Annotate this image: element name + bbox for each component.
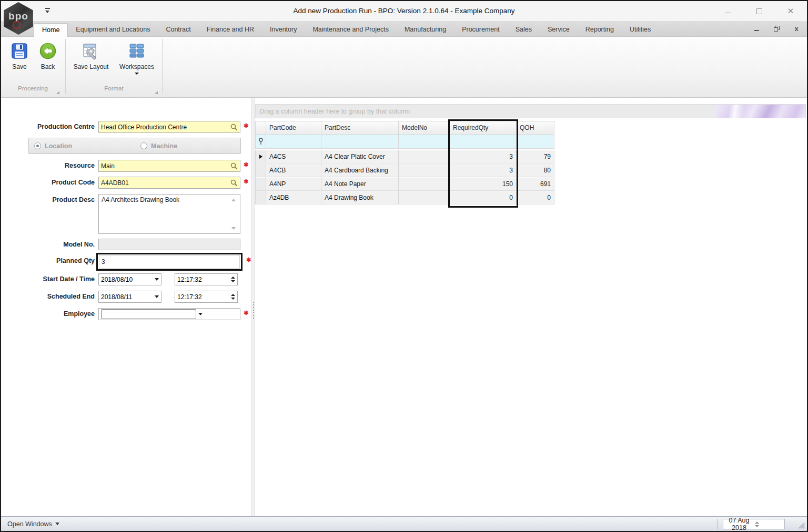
filter-cell-partcode[interactable] [266, 135, 321, 149]
close-button[interactable]: ✕ [782, 5, 800, 17]
product-code-field[interactable] [98, 177, 240, 189]
column-header-partcode[interactable]: PartCode [266, 121, 321, 135]
tab-maintenance-and-projects[interactable]: Maintenance and Projects [305, 23, 397, 37]
start-time-spinner[interactable] [231, 277, 235, 282]
back-button[interactable]: Back [31, 40, 65, 70]
content-area: Production Centre ✱ Location Machine [1, 98, 807, 517]
search-icon[interactable] [230, 179, 238, 187]
search-icon[interactable] [230, 124, 238, 131]
tab-service[interactable]: Service [540, 23, 578, 37]
cell-qoh[interactable]: 80 [517, 163, 554, 177]
tab-procurement[interactable]: Procurement [454, 23, 508, 37]
model-no-input[interactable] [101, 241, 238, 248]
tab-utilities[interactable]: Utilities [622, 23, 659, 37]
end-time-input[interactable] [177, 293, 229, 301]
planned-qty-field[interactable] [99, 255, 240, 269]
cell-requiredqty[interactable]: 3 [450, 163, 517, 177]
resize-grip-icon[interactable] [797, 521, 805, 529]
tab-sales[interactable]: Sales [508, 23, 540, 37]
model-no-field[interactable] [98, 239, 240, 250]
format-dialog-launcher-icon[interactable] [155, 91, 158, 94]
tab-home[interactable]: Home [34, 23, 68, 37]
table-row[interactable]: A4NP A4 Note Paper 150 691 [255, 177, 554, 191]
column-header-requiredqty[interactable]: RequiredQty [450, 121, 517, 135]
panel-splitter[interactable] [251, 98, 255, 517]
column-header-qoh[interactable]: QOH [517, 121, 554, 135]
table-row[interactable]: A4CB A4 Cardboard Backing 3 80 [255, 163, 554, 177]
employee-field[interactable] [98, 308, 240, 320]
column-header-partdesc[interactable]: PartDesc [321, 121, 399, 135]
maximize-button[interactable] [750, 5, 768, 17]
title-bar: bpo Add new Production Run - BPO: Versio… [1, 1, 807, 21]
cell-requiredqty[interactable]: 0 [450, 191, 517, 204]
cell-qoh[interactable]: 0 [517, 191, 554, 204]
end-date-field[interactable] [98, 291, 161, 303]
table-row[interactable]: A4CS A4 Clear Platic Cover 3 79 [255, 150, 554, 163]
end-date-input[interactable] [101, 293, 153, 301]
group-by-band[interactable]: Drag a column header here to group by th… [255, 104, 806, 118]
cell-qoh[interactable]: 691 [517, 177, 554, 191]
cell-modelno[interactable] [399, 163, 450, 177]
statusbar-separator [717, 519, 718, 529]
workspaces-button[interactable]: Workspaces [117, 40, 157, 75]
table-row[interactable]: Az4DB A4 Drawing Book 0 0 [255, 191, 554, 204]
cell-partcode[interactable]: A4NP [266, 177, 321, 191]
cell-partdesc[interactable]: A4 Cardboard Backing [321, 163, 399, 177]
product-desc-input[interactable]: A4 Architects Drawing Book [98, 194, 240, 234]
end-time-field[interactable] [175, 291, 238, 303]
production-centre-input[interactable] [101, 124, 230, 131]
resource-input[interactable] [101, 162, 230, 170]
employee-dropdown-icon[interactable] [198, 313, 203, 315]
scroll-down-icon[interactable] [231, 227, 236, 230]
start-date-input[interactable] [101, 276, 153, 283]
minimize-button[interactable] [719, 5, 736, 17]
cell-partcode[interactable]: Az4DB [266, 191, 321, 204]
app-window: bpo Add new Production Run - BPO: Versio… [0, 0, 808, 532]
tab-finance-and-hr[interactable]: Finance and HR [199, 23, 262, 37]
mdi-close-button[interactable]: x [792, 25, 801, 32]
product-code-input[interactable] [101, 179, 230, 187]
location-radio[interactable]: Location [34, 142, 72, 150]
employee-input[interactable] [101, 309, 196, 319]
cell-requiredqty[interactable]: 3 [450, 150, 517, 163]
start-date-dropdown-icon[interactable] [155, 278, 159, 281]
start-time-input[interactable] [177, 276, 229, 283]
cell-modelno[interactable] [399, 150, 450, 163]
cell-partcode[interactable]: A4CS [266, 150, 321, 163]
start-time-field[interactable] [175, 273, 238, 285]
resource-field[interactable] [98, 160, 240, 172]
cell-modelno[interactable] [399, 191, 450, 204]
processing-dialog-launcher-icon[interactable] [56, 91, 59, 94]
planned-qty-input[interactable] [102, 258, 237, 265]
tab-equipment-and-locations[interactable]: Equipment and Locations [68, 23, 158, 37]
tab-inventory[interactable]: Inventory [262, 23, 305, 37]
cell-partdesc[interactable]: A4 Clear Platic Cover [321, 150, 399, 163]
open-windows-button[interactable]: Open Windows [7, 520, 59, 528]
mdi-restore-button[interactable] [772, 25, 781, 32]
cell-requiredqty[interactable]: 150 [450, 177, 517, 191]
end-time-spinner[interactable] [231, 294, 235, 300]
filter-cell-requiredqty[interactable] [450, 135, 517, 149]
tab-manufacturing[interactable]: Manufacturing [397, 23, 454, 37]
production-centre-field[interactable] [98, 121, 240, 133]
column-header-modelno[interactable]: ModelNo [399, 121, 450, 135]
end-date-dropdown-icon[interactable] [155, 295, 159, 298]
filter-cell-partdesc[interactable] [321, 135, 399, 149]
cell-partdesc[interactable]: A4 Drawing Book [321, 191, 399, 204]
scroll-up-icon[interactable] [231, 199, 236, 201]
start-date-field[interactable] [98, 273, 161, 285]
status-date-spinner[interactable] [755, 521, 782, 527]
save-layout-button[interactable]: Save Layout [70, 40, 112, 70]
tab-contract[interactable]: Contract [158, 23, 198, 37]
tab-reporting[interactable]: Reporting [578, 23, 622, 37]
status-date-field[interactable]: 07 Aug 2018 [723, 519, 785, 529]
cell-partdesc[interactable]: A4 Note Paper [321, 177, 399, 191]
cell-partcode[interactable]: A4CB [266, 163, 321, 177]
machine-radio[interactable]: Machine [140, 142, 177, 150]
filter-cell-modelno[interactable] [399, 135, 450, 149]
mdi-minimize-button[interactable] [752, 25, 761, 32]
search-icon[interactable] [230, 162, 238, 170]
cell-modelno[interactable] [399, 177, 450, 191]
filter-cell-qoh[interactable] [517, 135, 554, 149]
cell-qoh[interactable]: 79 [517, 150, 554, 163]
